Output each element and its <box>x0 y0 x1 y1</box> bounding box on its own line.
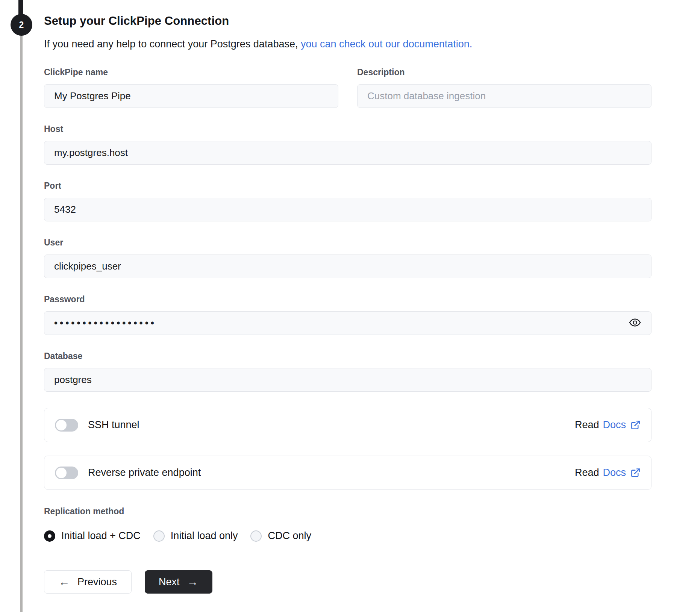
database-field: Database <box>44 351 652 392</box>
description-input[interactable] <box>357 84 652 108</box>
reverse-private-endpoint-toggle[interactable] <box>55 467 78 479</box>
ssh-tunnel-toggle[interactable] <box>55 419 78 432</box>
documentation-link[interactable]: you can check out our documentation. <box>301 38 472 50</box>
reverse-private-endpoint-docs: Read Docs <box>575 467 641 479</box>
database-input[interactable] <box>44 368 652 392</box>
step-number: 2 <box>19 20 24 30</box>
host-label: Host <box>44 124 652 134</box>
name-description-row: ClickPipe name Description <box>44 67 652 124</box>
subtitle-text: If you need any help to connect your Pos… <box>44 38 301 50</box>
toggle-knob <box>56 420 67 430</box>
external-link-icon[interactable] <box>630 468 641 478</box>
page-title: Setup your ClickPipe Connection <box>44 14 652 28</box>
arrow-left-icon: ← <box>59 576 70 588</box>
ssh-tunnel-label: SSH tunnel <box>88 419 139 431</box>
description-label: Description <box>357 67 652 77</box>
read-text: Read <box>575 419 599 431</box>
port-input[interactable] <box>44 198 652 221</box>
radio-icon <box>153 530 165 542</box>
next-button[interactable]: Next → <box>145 570 212 594</box>
arrow-right-icon: → <box>187 576 198 588</box>
form-actions: ← Previous Next → <box>44 570 652 594</box>
host-input[interactable] <box>44 141 652 165</box>
docs-link[interactable]: Docs <box>603 419 626 431</box>
description-field: Description <box>357 67 652 108</box>
clickpipe-name-field: ClickPipe name <box>44 67 338 108</box>
radio-initial-load-only[interactable]: Initial load only <box>153 530 238 542</box>
read-text: Read <box>575 467 599 479</box>
reverse-private-endpoint-row: Reverse private endpoint Read Docs <box>44 456 652 490</box>
ssh-tunnel-row: SSH tunnel Read Docs <box>44 408 652 442</box>
port-label: Port <box>44 181 652 191</box>
radio-initial-load-cdc[interactable]: Initial load + CDC <box>44 530 141 542</box>
replication-method-label: Replication method <box>44 506 652 517</box>
timeline-segment <box>20 35 23 612</box>
timeline-segment-top <box>18 0 23 15</box>
eye-icon <box>629 316 641 330</box>
replication-method-options: Initial load + CDC Initial load only CDC… <box>44 530 652 542</box>
port-field: Port <box>44 181 652 221</box>
step-indicator: 2 <box>11 14 32 36</box>
radio-cdc-only[interactable]: CDC only <box>250 530 311 542</box>
subtitle: If you need any help to connect your Pos… <box>44 38 652 50</box>
reverse-private-endpoint-label: Reverse private endpoint <box>88 467 201 479</box>
previous-button[interactable]: ← Previous <box>44 570 132 594</box>
user-input[interactable] <box>44 254 652 278</box>
clickpipe-name-input[interactable] <box>44 84 338 108</box>
host-field: Host <box>44 124 652 165</box>
radio-label: Initial load only <box>171 530 238 542</box>
previous-button-label: Previous <box>77 576 117 588</box>
setup-connection-panel: Setup your ClickPipe Connection If you n… <box>44 14 652 594</box>
radio-label: Initial load + CDC <box>61 530 141 542</box>
radio-icon <box>44 530 55 542</box>
password-input[interactable] <box>44 311 652 335</box>
radio-icon <box>250 530 262 542</box>
external-link-icon[interactable] <box>630 420 641 430</box>
password-field: Password <box>44 294 652 335</box>
password-label: Password <box>44 294 652 304</box>
password-visibility-toggle[interactable] <box>627 316 642 331</box>
database-label: Database <box>44 351 652 361</box>
user-field: User <box>44 238 652 278</box>
radio-label: CDC only <box>268 530 311 542</box>
next-button-label: Next <box>159 576 180 588</box>
user-label: User <box>44 238 652 248</box>
ssh-tunnel-docs: Read Docs <box>575 419 641 431</box>
docs-link[interactable]: Docs <box>603 467 626 479</box>
toggle-knob <box>56 468 67 478</box>
clickpipe-name-label: ClickPipe name <box>44 67 338 77</box>
